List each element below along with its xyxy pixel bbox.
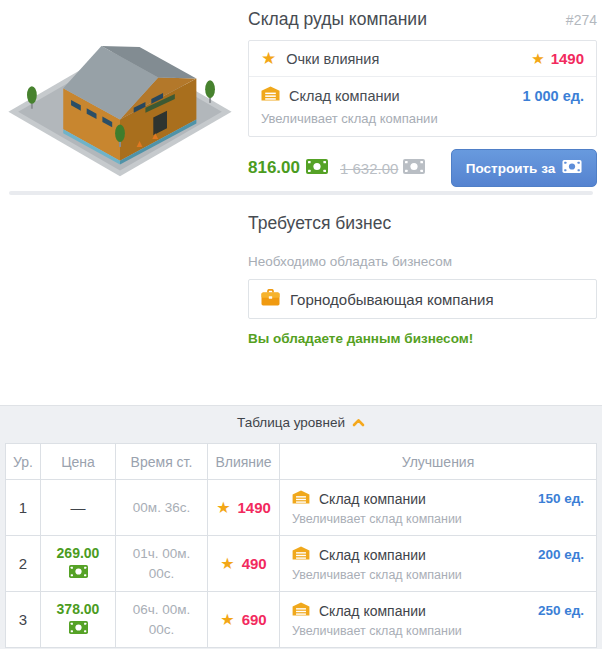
column-level: Ур. (6, 444, 41, 480)
required-business-name: Горнодобывающая компания (290, 291, 494, 308)
levels-section: Таблица уровней Ур. Цена Время ст. Влиян… (0, 405, 602, 649)
influence-value: 1490 (551, 50, 584, 67)
table-row: 3 378.00 06ч. 00м. 00с. ★ 690 (6, 592, 597, 648)
warehouse-icon (292, 602, 310, 620)
price-cell: 269.00 (41, 536, 116, 592)
upgrade-cell: Склад компании 200 ед. Увеличивает склад… (280, 536, 597, 592)
influence-cell: ★ 490 (208, 536, 280, 592)
time-cell: 00м. 36с. (116, 480, 208, 536)
star-icon: ★ (220, 556, 234, 572)
money-icon-white (562, 160, 582, 176)
levels-table-toggle[interactable]: Таблица уровней (0, 406, 602, 430)
warehouse-icon (292, 546, 310, 564)
required-business-title: Требуется бизнес (248, 213, 597, 234)
title-row: Склад руды компании #274 (248, 9, 597, 30)
upgrade-cell: Склад компании 150 ед. Увеличивает склад… (280, 480, 597, 536)
briefcase-icon (261, 289, 280, 310)
money-icon (306, 159, 328, 178)
level-cell: 2 (6, 536, 41, 592)
time-cell: 01ч. 00м. 00с. (116, 536, 208, 592)
price-cell: 378.00 (41, 592, 116, 648)
influence-label: Очки влияния (286, 51, 379, 67)
column-price: Цена (41, 444, 116, 480)
building-section: Склад руды компании #274 ★ Очки влияния … (0, 0, 602, 192)
table-row: 1 — 00м. 36с. ★ 1490 (6, 480, 597, 536)
warehouse-building-image (0, 4, 240, 190)
influence-row: ★ Очки влияния ★ 1490 (249, 41, 596, 77)
building-id: #274 (566, 12, 597, 28)
required-business-section: TAXI MONEY (0, 196, 602, 405)
price-current: 816.00 (248, 158, 300, 178)
money-icon-gray (403, 159, 425, 178)
price-cell: — (41, 480, 116, 536)
page-title: Склад руды компании (248, 9, 427, 30)
influence-cell: ★ 1490 (208, 480, 280, 536)
influence-cell: ★ 690 (208, 592, 280, 648)
storage-description: Увеличивает склад компании (261, 111, 584, 126)
price-row: 816.00 1 632.00 (248, 149, 597, 187)
money-icon (41, 620, 115, 638)
star-icon: ★ (220, 612, 234, 628)
money-icon (41, 564, 115, 582)
time-cell: 06ч. 00м. 00с. (116, 592, 208, 648)
business-owned-message: Вы обладаете данным бизнесом! (248, 331, 597, 346)
column-influence: Влияние (208, 444, 280, 480)
warehouse-icon (261, 86, 280, 105)
storage-row: Склад компании 1 000 ед. Увеличивает скл… (249, 77, 596, 136)
price-old: 1 632.00 (340, 160, 398, 177)
build-button-label: Построить за (466, 161, 555, 176)
column-upgrades: Улучшения (280, 444, 597, 480)
column-time: Время ст. (116, 444, 208, 480)
warehouse-icon (292, 490, 310, 508)
table-row: 2 269.00 01ч. 00м. 00с. ★ 490 (6, 536, 597, 592)
section-divider (9, 191, 593, 195)
chevron-up-icon (352, 415, 365, 430)
storage-label: Склад компании (289, 88, 400, 104)
storage-value: 1 000 ед. (522, 88, 584, 104)
build-button[interactable]: Построить за (451, 149, 597, 187)
table-header-row: Ур. Цена Время ст. Влияние Улучшения (6, 444, 597, 480)
info-card: ★ Очки влияния ★ 1490 (248, 40, 597, 137)
required-business-subtitle: Необходимо обладать бизнесом (248, 254, 597, 269)
star-icon: ★ (216, 500, 230, 516)
level-cell: 3 (6, 592, 41, 648)
upgrade-cell: Склад компании 250 ед. Увеличивает склад… (280, 592, 597, 648)
star-icon: ★ (531, 51, 544, 66)
star-icon: ★ (261, 50, 276, 67)
levels-table: Ур. Цена Время ст. Влияние Улучшения 1 —… (5, 443, 597, 648)
level-cell: 1 (6, 480, 41, 536)
required-business-item[interactable]: Горнодобывающая компания (248, 279, 597, 319)
levels-toggle-label: Таблица уровней (237, 415, 345, 430)
